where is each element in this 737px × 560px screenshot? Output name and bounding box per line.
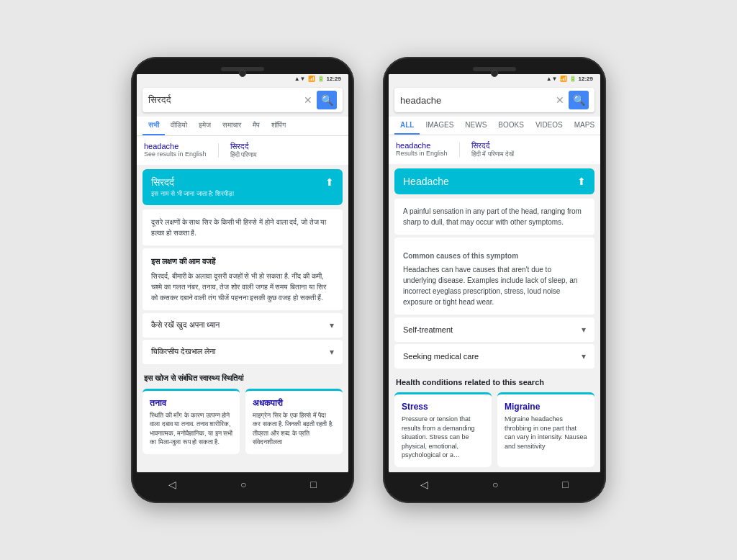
magnifier-icon-eng: 🔍 xyxy=(573,94,585,106)
expandable-seeking-english[interactable]: Seeking medical care ▾ xyxy=(394,344,594,369)
tab-shop-hindi[interactable]: शॉपिंग xyxy=(266,117,291,135)
camera-hindi xyxy=(239,70,246,77)
tab-video-hindi[interactable]: वीडियो xyxy=(165,117,193,135)
result-hindi-eng-sub: हिंदी में परिणाम देखें xyxy=(471,150,515,158)
battery-icon-eng: 🔋 xyxy=(569,76,577,82)
search-button-hindi[interactable]: 🔍 xyxy=(317,91,337,109)
condition-migraine-hindi[interactable]: अधकपारी माइग्रेन सिर के एक हिस्से में पै… xyxy=(245,389,343,454)
info-card-english: Headache ⬆ xyxy=(394,168,594,194)
signal-icon: ▲▼ xyxy=(294,76,306,82)
info-card-text-hindi: सिरदर्द इस नाम से भी जाना जाता है: शिरपी… xyxy=(151,176,234,198)
condition-stress-english[interactable]: Stress Pressure or tension that results … xyxy=(394,392,492,467)
share-icon-hindi[interactable]: ⬆ xyxy=(325,176,334,188)
home-icon-hindi[interactable]: ○ xyxy=(240,479,246,490)
search-query-hindi[interactable]: सिरदर्द xyxy=(148,94,299,106)
phone-hindi: ▲▼ 📶 🔋 12:29 सिरदर्द ✕ 🔍 सभी वीडियो इमेज xyxy=(131,57,354,503)
magnifier-icon: 🔍 xyxy=(321,94,333,106)
result-english-eng[interactable]: headache Results in English xyxy=(396,141,448,158)
result-eng-main: headache xyxy=(396,141,448,150)
main-text-hindi: दूसरे लक्षणों के साथ सिर के किसी भी हिस्… xyxy=(143,209,343,245)
causes-block-hindi: इस लक्षण की आम वजहें सिरदर्द, बीमारी के … xyxy=(143,248,343,310)
status-icons-hindi: ▲▼ 📶 🔋 12:29 xyxy=(294,76,341,82)
tab-books-english[interactable]: BOOKS xyxy=(492,117,530,135)
info-card-subtitle-hindi: इस नाम से भी जाना जाता है: शिरपीड़ा xyxy=(151,190,234,198)
causes-label-english: Common causes of this symptom xyxy=(403,250,586,261)
stress-desc-hindi: स्थिति की माँग के कारण उत्पन्न होने वाला… xyxy=(150,411,232,447)
wifi-icon: 📶 xyxy=(308,76,315,82)
main-text-english: A painful sensation in any part of the h… xyxy=(394,199,594,235)
scroll-content-english: headache Results in English सिरदर्द हिंद… xyxy=(389,135,600,472)
recents-icon-english[interactable]: □ xyxy=(562,479,568,490)
causes-text-english: Headaches can have causes that aren't du… xyxy=(403,266,577,306)
expandable-label-1-hindi: कैसे रखें खुद अपना ध्यान xyxy=(151,320,220,330)
expand-arrow-1-hindi: ▾ xyxy=(330,320,334,330)
result-english-sub: See results in English xyxy=(144,150,207,158)
screen-english: ▲▼ 📶 🔋 12:29 headache ✕ 🔍 ALL IMAGES NEW… xyxy=(389,74,600,472)
causes-title-hindi: इस लक्षण की आम वजहें xyxy=(151,256,334,268)
clear-icon-hindi[interactable]: ✕ xyxy=(304,94,312,106)
result-hindi-eng[interactable]: सिरदर्द हिंदी में परिणाम देखें xyxy=(471,141,515,158)
result-links-hindi: headache See results in English सिरदर्द … xyxy=(137,136,348,165)
tabs-bar-hindi: सभी वीडियो इमेज समाचार मैप शॉपिंग xyxy=(137,117,348,136)
expandable-self-treatment-english[interactable]: Self-treatment ▾ xyxy=(394,317,594,342)
tab-image-hindi[interactable]: इमेज xyxy=(193,117,217,135)
expandable-medical-hindi[interactable]: चिकित्सीय देखभाल लेना ▾ xyxy=(143,340,343,364)
related-header-hindi: इस खोज से संबंधित स्वास्थ्य स्थितियां xyxy=(137,366,348,386)
expandable-self-care-hindi[interactable]: कैसे रखें खुद अपना ध्यान ▾ xyxy=(143,313,343,338)
condition-cards-english: Stress Pressure or tension that results … xyxy=(389,389,600,472)
search-query-english[interactable]: headache xyxy=(400,95,551,106)
migraine-desc-hindi: माइग्रेन सिर के एक हिस्से में पैदा कर सक… xyxy=(253,411,335,447)
result-hindi-sub: हिंदी परिणाम xyxy=(230,151,258,159)
causes-block-english: Common causes of this symptom Headaches … xyxy=(394,238,594,315)
signal-icon-eng: ▲▼ xyxy=(546,76,558,82)
recents-icon-hindi[interactable]: □ xyxy=(310,479,316,490)
time-english: 12:29 xyxy=(579,76,593,82)
info-card-hindi: सिरदर्द इस नाम से भी जाना जाता है: शिरपी… xyxy=(143,169,343,205)
status-icons-english: ▲▼ 📶 🔋 12:29 xyxy=(546,76,593,82)
main-desc-hindi: दूसरे लक्षणों के साथ सिर के किसी भी हिस्… xyxy=(151,218,326,237)
condition-stress-hindi[interactable]: तनाव स्थिति की माँग के कारण उत्पन्न होने… xyxy=(143,389,240,454)
phones-container: ▲▼ 📶 🔋 12:29 सिरदर्द ✕ 🔍 सभी वीडियो इमेज xyxy=(0,28,737,532)
condition-migraine-english[interactable]: Migraine Migraine headaches throbbing in… xyxy=(497,392,594,467)
back-icon-hindi[interactable]: ◁ xyxy=(168,479,176,490)
home-icon-english[interactable]: ○ xyxy=(492,479,498,490)
result-english-main: headache xyxy=(144,142,207,150)
tab-images-english[interactable]: IMAGES xyxy=(420,117,459,135)
info-card-title-hindi: सिरदर्द xyxy=(151,176,234,189)
back-icon-english[interactable]: ◁ xyxy=(420,479,428,490)
tab-map-hindi[interactable]: मैप xyxy=(247,117,266,135)
share-icon-english[interactable]: ⬆ xyxy=(577,176,586,187)
search-button-english[interactable]: 🔍 xyxy=(569,91,589,109)
search-bar-hindi[interactable]: सिरदर्द ✕ 🔍 xyxy=(143,88,343,112)
stress-title-english: Stress xyxy=(402,402,484,412)
screen-hindi: ▲▼ 📶 🔋 12:29 सिरदर्द ✕ 🔍 सभी वीडियो इमेज xyxy=(137,74,348,472)
scroll-content-hindi: headache See results in English सिरदर्द … xyxy=(137,136,348,472)
tab-videos-english[interactable]: VIDEOS xyxy=(530,117,569,135)
migraine-title-hindi: अधकपारी xyxy=(253,398,335,408)
result-english[interactable]: headache See results in English xyxy=(144,142,207,159)
clear-icon-english[interactable]: ✕ xyxy=(556,94,564,106)
related-header-english: Health conditions related to this search xyxy=(389,371,600,389)
tab-news-english[interactable]: NEWS xyxy=(459,117,492,135)
divider-english xyxy=(459,143,460,157)
wifi-icon-eng: 📶 xyxy=(560,76,567,82)
divider-hindi xyxy=(218,143,219,158)
expandable-label-2-hindi: चिकित्सीय देखभाल लेना xyxy=(151,347,215,356)
result-hindi[interactable]: सिरदर्द हिंदी परिणाम xyxy=(230,142,258,159)
tab-maps-english[interactable]: MAPS xyxy=(569,117,600,135)
search-bar-english[interactable]: headache ✕ 🔍 xyxy=(394,88,594,112)
tab-all-hindi[interactable]: सभी xyxy=(143,117,165,135)
main-desc-english: A painful sensation in any part of the h… xyxy=(403,207,582,226)
tab-news-hindi[interactable]: समाचार xyxy=(217,117,247,135)
tab-all-english[interactable]: ALL xyxy=(394,117,420,135)
result-hindi-eng-main: सिरदर्द xyxy=(471,141,515,150)
migraine-title-english: Migraine xyxy=(505,402,587,412)
tabs-bar-english: ALL IMAGES NEWS BOOKS VIDEOS MAPS xyxy=(389,117,600,135)
expandable-label-2-english: Seeking medical care xyxy=(403,352,479,361)
info-card-title-english: Headache xyxy=(403,176,449,187)
result-links-english: headache Results in English सिरदर्द हिंद… xyxy=(389,135,600,164)
condition-cards-hindi: तनाव स्थिति की माँग के कारण उत्पन्न होने… xyxy=(137,386,348,460)
nav-bar-hindi: ◁ ○ □ xyxy=(137,472,348,493)
expand-arrow-1-english: ▾ xyxy=(582,325,586,335)
expandable-label-1-english: Self-treatment xyxy=(403,325,453,334)
